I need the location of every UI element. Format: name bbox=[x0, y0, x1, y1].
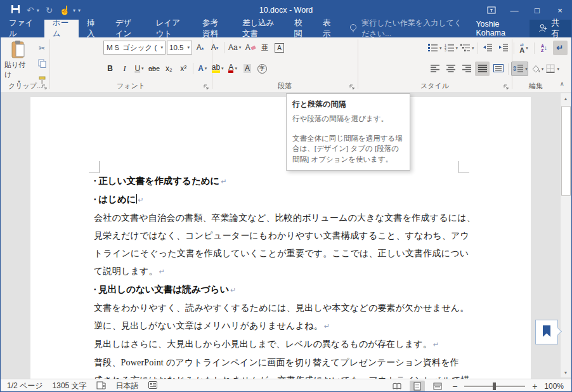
tab-file[interactable]: ファイル bbox=[1, 20, 44, 37]
document-line-2[interactable]: 会社の文書や自治会の書類、卒業論文など、比較的ボリュームの大きな文書を作成するに… bbox=[94, 209, 471, 226]
document-page[interactable]: ▪正しい文書を作成するために↵▪はじめに↵会社の文書や自治会の書類、卒業論文など… bbox=[30, 97, 531, 379]
grow-font-button[interactable]: A▴ bbox=[193, 41, 207, 55]
document-text[interactable]: ▪正しい文書を作成するために↵▪はじめに↵会社の文書や自治会の書類、卒業論文など… bbox=[94, 172, 471, 379]
editing-group-label: 編集 bbox=[512, 81, 560, 91]
paste-label: 貼り付け bbox=[4, 60, 32, 79]
zoom-in-button[interactable]: + bbox=[530, 381, 539, 391]
tab-6[interactable]: 校閲 bbox=[286, 20, 315, 37]
tab-2[interactable]: デザイン bbox=[107, 20, 148, 37]
tab-3[interactable]: レイアウト bbox=[148, 20, 194, 37]
bold-button[interactable]: B bbox=[103, 62, 117, 75]
font-size-combobox[interactable]: 10.5▾ bbox=[167, 41, 192, 55]
styles-group-label: スタイル bbox=[358, 81, 512, 91]
bookmark-flag-button[interactable] bbox=[535, 320, 558, 344]
undo-icon[interactable]: ↶ bbox=[27, 6, 34, 15]
zoom-slider[interactable] bbox=[464, 386, 525, 387]
subscript-button[interactable]: x₂ bbox=[162, 62, 176, 75]
paragraph-mark: ↵ bbox=[324, 322, 330, 330]
underline-button[interactable]: U▾ bbox=[133, 62, 146, 75]
ribbon: 貼り付け ▾ ✂ クリップ... ＭＳ ゴシック (▾ 10.5▾ A▴ A▾ … bbox=[1, 37, 571, 93]
text-effects-button[interactable]: A▾ bbox=[196, 62, 209, 75]
font-name-combobox[interactable]: ＭＳ ゴシック (▾ bbox=[103, 41, 166, 55]
copy-button[interactable] bbox=[35, 58, 49, 71]
tooltip-title: 行と段落の間隔 bbox=[292, 99, 404, 110]
paragraph-mark: ↵ bbox=[230, 286, 236, 294]
account-name[interactable]: Yoshie Kohama bbox=[468, 20, 530, 37]
paragraph-mark: ↵ bbox=[138, 196, 144, 204]
status-bar: 1/2 ページ 1305 文字 日本語 − + 100% bbox=[1, 379, 571, 392]
paragraph-mark: ↵ bbox=[221, 178, 226, 185]
copy-icon bbox=[38, 59, 46, 70]
touch-mode-icon[interactable]: ☝ bbox=[59, 6, 70, 15]
paragraph-dialog-launcher[interactable] bbox=[349, 84, 356, 90]
scroll-down-icon[interactable]: ▼ bbox=[561, 367, 571, 377]
heading-bullet: ▪ bbox=[94, 178, 96, 184]
minimize-button[interactable]: — bbox=[503, 1, 526, 20]
customize-qat-icon[interactable]: ▾ bbox=[78, 8, 81, 13]
web-layout-button[interactable] bbox=[430, 381, 445, 392]
print-layout-button[interactable] bbox=[410, 381, 425, 392]
tooltip-line1: 行や段落の間隔を選びます。 bbox=[292, 114, 404, 124]
ribbon-display-options-button[interactable] bbox=[480, 1, 503, 20]
document-area: ▪正しい文書を作成するために↵▪はじめに↵会社の文書や自治会の書類、卒業論文など… bbox=[1, 92, 571, 379]
tab-0[interactable]: ホーム bbox=[44, 20, 79, 37]
scissors-icon: ✂ bbox=[39, 44, 45, 53]
tab-5[interactable]: 差し込み文書 bbox=[234, 20, 286, 37]
close-button[interactable]: × bbox=[549, 1, 571, 20]
lightbulb-icon bbox=[349, 23, 358, 34]
styles-dialog-launcher[interactable] bbox=[504, 84, 510, 90]
document-line-6[interactable]: ▪見出しのない文書は読みづらい↵ bbox=[94, 280, 471, 299]
zoom-level[interactable]: 100% bbox=[544, 382, 564, 391]
word-window: ↶▾ ↻ ☝▾ ▾ 10.docx - Word — □ × ファイル ホーム挿… bbox=[0, 0, 572, 392]
zoom-out-button[interactable]: − bbox=[450, 381, 459, 391]
ribbon-tab-row: ファイル ホーム挿入デザインレイアウト参考資料差し込み文書校閲表示 実行したい作… bbox=[1, 20, 571, 37]
strikethrough-button[interactable]: abc bbox=[147, 62, 161, 75]
share-button[interactable]: 共有 bbox=[530, 20, 571, 37]
document-line-8[interactable]: 逆に、見出しがない文章はメリハリがありませんよね。↵ bbox=[94, 317, 471, 335]
paragraph-group-label: 段落 bbox=[212, 81, 358, 91]
document-line-0[interactable]: ▪正しい文書を作成するために↵ bbox=[94, 172, 471, 190]
document-line-9[interactable]: 見出しはさらに、大見出しから小見出しまで、レベルの異なるものが存在します。↵ bbox=[94, 335, 471, 353]
line-spacing-tooltip: 行と段落の間隔 行や段落の間隔を選びます。 文書全体に同じ間隔を適用する場合は、… bbox=[286, 93, 410, 171]
person-icon bbox=[538, 23, 547, 34]
font-group: ＭＳ ゴシック (▾ 10.5▾ A▴ A▾ Aa▾ A 亜 A B I U▾ … bbox=[50, 37, 212, 92]
language-indicator[interactable]: 日本語 bbox=[116, 381, 139, 391]
tab-1[interactable]: 挿入 bbox=[79, 20, 107, 37]
document-line-1[interactable]: ▪はじめに↵ bbox=[94, 190, 471, 209]
maximize-button[interactable]: □ bbox=[526, 1, 549, 20]
document-line-3[interactable]: 見栄えだけではなく、コンピューターにもわかりやすい文書構成すること、すなわち、ア… bbox=[94, 226, 471, 244]
document-line-10[interactable]: 普段、PowerPoint のアウトラインペインに画面を切り替えてプレゼンテーシ… bbox=[94, 353, 471, 371]
tab-4[interactable]: 参考資料 bbox=[194, 20, 234, 37]
document-line-7[interactable]: 文書をわかりやすく、読みやすくするためには、見出しや本文などの要素が欠かせません… bbox=[94, 299, 471, 317]
touch-mode-dropdown-icon[interactable]: ▾ bbox=[73, 8, 75, 13]
bookmark-icon bbox=[542, 325, 551, 340]
document-line-5[interactable]: て説明します。↵ bbox=[94, 262, 471, 280]
cut-button[interactable]: ✂ bbox=[35, 41, 49, 55]
superscript-button[interactable]: x² bbox=[177, 62, 190, 75]
undo-dropdown-icon[interactable]: ▾ bbox=[37, 8, 39, 13]
proofing-icon[interactable] bbox=[96, 381, 107, 391]
read-mode-button[interactable] bbox=[389, 381, 405, 392]
redo-icon[interactable]: ↻ bbox=[46, 6, 53, 15]
tab-7[interactable]: 表示 bbox=[315, 20, 343, 37]
zoom-slider-thumb[interactable] bbox=[493, 382, 496, 390]
collapse-ribbon-icon[interactable]: ∧ bbox=[560, 81, 564, 87]
document-line-11[interactable]: 成される方にはおなじみかもしれませんが、文書作成においても、アウトラインレベルで… bbox=[94, 371, 471, 379]
font-dialog-launcher[interactable] bbox=[204, 84, 210, 90]
scrollbar-thumb[interactable] bbox=[561, 106, 571, 196]
save-icon[interactable] bbox=[11, 4, 20, 16]
tell-me-box[interactable]: 実行したい作業を入力してください... bbox=[349, 20, 468, 37]
clipboard-dialog-launcher[interactable] bbox=[42, 84, 48, 90]
input-mode-icon[interactable] bbox=[148, 381, 157, 391]
word-count[interactable]: 1305 文字 bbox=[53, 381, 87, 391]
vertical-scrollbar[interactable]: ▲ ▼ bbox=[560, 93, 571, 377]
tooltip-line2: 文書全体に同じ間隔を適用する場合は、[デザイン] タブの [段落の間隔] オプシ… bbox=[292, 133, 404, 165]
italic-button[interactable]: I bbox=[118, 62, 131, 75]
document-line-4[interactable]: トラインにそぐった文書を作成していくことが重要です。ここでは、正しい文書作成につ… bbox=[94, 244, 471, 262]
page-indicator[interactable]: 1/2 ページ bbox=[7, 381, 43, 391]
tell-me-placeholder: 実行したい作業を入力してください... bbox=[361, 18, 468, 39]
heading-bullet: ▪ bbox=[94, 286, 96, 292]
paste-button[interactable]: 貼り付け ▾ bbox=[4, 40, 32, 87]
paragraph-mark: ↵ bbox=[159, 268, 165, 275]
scroll-up-icon[interactable]: ▲ bbox=[561, 93, 571, 103]
